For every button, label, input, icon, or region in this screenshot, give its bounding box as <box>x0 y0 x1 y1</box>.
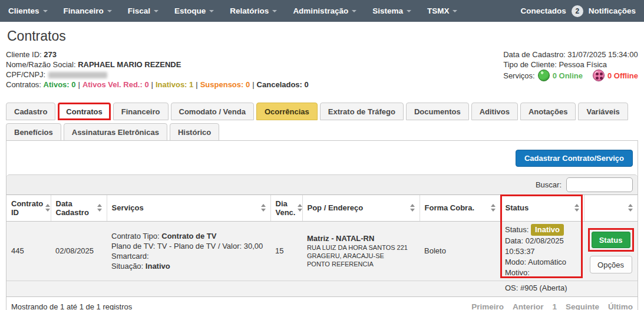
os-info: OS: #905 (Aberta) <box>500 281 584 296</box>
table-toolbar: Buscar: <box>6 174 638 195</box>
chevron-down-icon <box>107 10 112 12</box>
status-button[interactable]: Status <box>592 232 630 248</box>
opcoes-button[interactable]: Opções <box>590 256 632 273</box>
table-footer: Mostrando de 1 até 1 de 1 registros Prim… <box>6 296 638 310</box>
nav-clientes[interactable]: Clientes <box>8 6 48 15</box>
pagination-first[interactable]: Primeiro <box>471 302 504 310</box>
chevron-down-icon <box>272 10 277 12</box>
tab-beneficios[interactable]: Benefícios <box>6 123 61 141</box>
nav-administracao[interactable]: Administração <box>293 6 356 15</box>
notifications-link[interactable]: Notificações <box>589 6 636 15</box>
tab-aditivos[interactable]: Aditivos <box>471 103 518 120</box>
annotation-box-status-button: Status <box>588 228 634 252</box>
sort-icon <box>628 204 633 212</box>
nav-label: TSMX <box>427 6 450 15</box>
tab-financeiro[interactable]: Financeiro <box>113 103 169 120</box>
sort-icon <box>410 204 415 212</box>
registered-date-line: Data de Cadastro: 31/07/2025 15:34:00 <box>503 50 638 60</box>
client-info: Cliente ID: 273 Nome/Razão Social: RAPHA… <box>6 50 638 90</box>
client-cpf-line: CPF/CNPJ: <box>6 70 309 80</box>
count-ativos: Ativos: 0 <box>44 80 76 89</box>
pagination-next[interactable]: Seguinte <box>566 302 599 310</box>
col-dia-venc[interactable]: Dia Venc. <box>270 195 302 221</box>
services-status-line: Serviços: 0 Online 0 Offline <box>503 70 638 81</box>
sort-icon <box>491 204 496 212</box>
nav-sistema[interactable]: Sistema <box>372 6 411 15</box>
cell-pop-endereco: Matriz - NATAL-RN RUA LUIZ DA HORA SANTO… <box>302 221 420 281</box>
cell-status: Status: Inativo Data: 02/08/2025 10:53:3… <box>500 221 584 281</box>
tab-cadastro[interactable]: Cadastro <box>6 103 55 120</box>
contracts-table-wrap: Contrato ID Data Cadastro Serviços Dia V… <box>6 195 638 296</box>
sort-icon <box>261 204 266 212</box>
nav-label: Financeiro <box>64 6 104 15</box>
col-data-cadastro[interactable]: Data Cadastro <box>51 195 107 221</box>
pagination-prev[interactable]: Anterior <box>513 302 544 310</box>
col-pop-endereco[interactable]: Pop / Endereço <box>302 195 420 221</box>
nav-tsmx[interactable]: TSMX <box>427 6 458 15</box>
cell-forma-cobra: Boleto <box>420 221 500 281</box>
count-ativos-vel-red: Ativos Vel. Red.: 0 <box>82 80 149 89</box>
records-summary: Mostrando de 1 até 1 de 1 registros <box>11 302 132 310</box>
client-contracts-line: Contratos: Ativos: 0|Ativos Vel. Red.: 0… <box>6 80 309 90</box>
offline-count: 0 Offline <box>607 71 638 81</box>
chevron-down-icon <box>352 10 356 12</box>
tab-anotacoes[interactable]: Anotações <box>520 103 576 120</box>
nav-label: Clientes <box>8 6 39 15</box>
col-actions[interactable] <box>584 195 638 221</box>
online-status-icon <box>538 70 550 81</box>
client-id-line: Cliente ID: 273 <box>6 50 309 60</box>
tab-bar: Cadastro Contratos Financeiro Comodato /… <box>6 103 638 141</box>
chevron-down-icon <box>154 10 158 12</box>
tab-historico[interactable]: Histórico <box>170 123 219 141</box>
nav-financeiro[interactable]: Financeiro <box>64 6 112 15</box>
nav-label: Sistema <box>372 6 403 15</box>
tab-ocorrencias[interactable]: Ocorrências <box>256 103 318 120</box>
client-name-line: Nome/Razão Social: RAPHAEL MARIO REZENDE <box>6 60 309 70</box>
contracts-table: Contrato ID Data Cadastro Serviços Dia V… <box>6 195 638 296</box>
tab-documentos[interactable]: Documentos <box>406 103 469 120</box>
nav-label: Estoque <box>174 6 206 15</box>
cell-contract-id: 445 <box>6 221 51 281</box>
pagination-last[interactable]: Último <box>608 302 633 310</box>
count-suspensos: Suspensos: 0 <box>200 80 250 89</box>
table-row: 445 02/08/2025 Contrato Tipo: Contrato d… <box>6 221 638 281</box>
table-header-row: Contrato ID Data Cadastro Serviços Dia V… <box>6 195 638 221</box>
cell-data-cadastro: 02/08/2025 <box>51 221 107 281</box>
chevron-down-icon <box>209 10 214 12</box>
pagination-page-1[interactable]: 1 <box>552 302 557 310</box>
chevron-down-icon <box>407 10 411 12</box>
offline-status-icon <box>593 70 605 81</box>
nav-relatorios[interactable]: Relatórios <box>230 6 277 15</box>
nav-label: Relatórios <box>230 6 269 15</box>
tab-extrato-trafego[interactable]: Extrato de Tráfego <box>320 103 404 120</box>
cpf-redacted <box>48 72 107 78</box>
cadastrar-contrato-button[interactable]: Cadastrar Contrato/Serviço <box>516 150 633 167</box>
top-navbar: Clientes Financeiro Fiscal Estoque Relat… <box>0 0 644 22</box>
sort-icon <box>97 204 102 212</box>
cell-servicos: Contrato Tipo: Contrato de TV Plano de T… <box>107 221 270 281</box>
online-count: 0 Online <box>553 71 583 81</box>
col-contrato-id[interactable]: Contrato ID <box>6 195 51 221</box>
status-badge: Inativo <box>531 224 564 236</box>
col-servicos[interactable]: Serviços <box>107 195 270 221</box>
nav-label: Fiscal <box>128 6 150 15</box>
search-input[interactable] <box>566 177 633 192</box>
tab-assinaturas-eletronicas[interactable]: Assinaturas Eletrônicas <box>64 123 167 141</box>
cell-dia-venc: 15 <box>270 221 302 281</box>
nav-estoque[interactable]: Estoque <box>174 6 214 15</box>
client-type-line: Tipo de Cliente: Pessoa Física <box>503 60 638 70</box>
connected-count-badge: 2 <box>572 5 583 17</box>
col-forma-cobra[interactable]: Forma Cobra. <box>420 195 500 221</box>
nav-label: Administração <box>293 6 348 15</box>
col-status[interactable]: Status <box>500 195 584 221</box>
sort-icon <box>298 204 302 212</box>
page-title: Contratos <box>7 28 638 44</box>
nav-fiscal[interactable]: Fiscal <box>128 6 158 15</box>
connected-link[interactable]: Conectados <box>520 6 566 15</box>
search-label: Buscar: <box>536 180 562 189</box>
tab-comodato-venda[interactable]: Comodato / Venda <box>171 103 254 120</box>
chevron-down-icon <box>43 10 48 12</box>
tab-contratos[interactable]: Contratos <box>58 103 110 120</box>
os-row: OS: #905 (Aberta) <box>6 281 638 296</box>
tab-variaveis[interactable]: Variáveis <box>578 103 628 120</box>
